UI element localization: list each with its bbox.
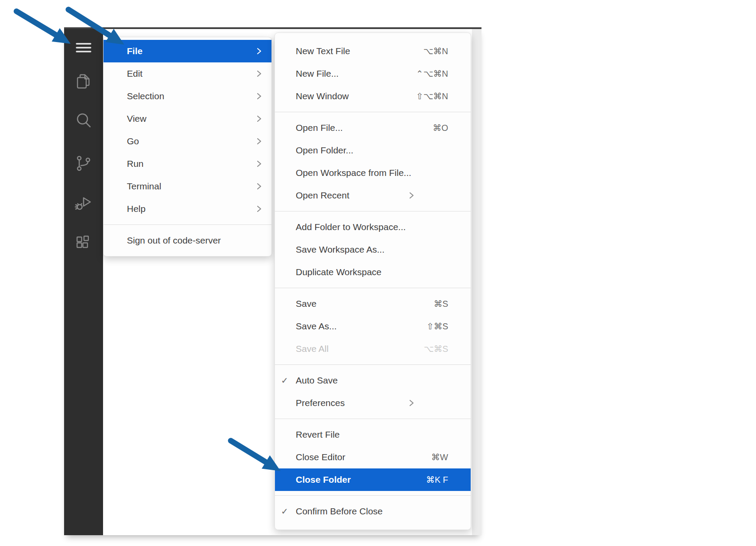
menu-item-label: New Window — [296, 91, 349, 101]
menu-separator — [103, 224, 271, 225]
menu-item-open-file[interactable]: Open File...⌘O — [275, 117, 471, 139]
chevron-right-icon — [256, 92, 262, 101]
menu-item-duplicate-workspace[interactable]: Duplicate Workspace — [275, 261, 471, 283]
menu-item-selection[interactable]: Selection — [103, 85, 271, 107]
menu-item-label: New Text File — [296, 46, 350, 56]
menu-item-open-workspace-from-file[interactable]: Open Workspace from File... — [275, 162, 471, 184]
menu-item-go[interactable]: Go — [103, 130, 271, 153]
chevron-right-icon — [409, 191, 414, 200]
menu-item-auto-save[interactable]: ✓Auto Save — [275, 369, 471, 392]
activity-bar — [64, 29, 103, 535]
menu-shortcut: ⌥⌘N — [423, 46, 449, 56]
menu-item-edit[interactable]: Edit — [103, 62, 271, 85]
chevron-right-icon — [256, 159, 262, 168]
extensions-icon[interactable] — [74, 234, 94, 254]
menu-item-help[interactable]: Help — [103, 198, 271, 220]
menu-item-label: Sign out of code-server — [127, 235, 221, 246]
menu-item-label: Selection — [127, 91, 164, 101]
chevron-right-icon — [256, 182, 262, 191]
menu-item-label: Save — [296, 299, 317, 309]
chevron-right-icon — [256, 205, 262, 213]
menu-item-label: Save Workspace As... — [296, 244, 384, 255]
search-icon[interactable] — [74, 110, 94, 130]
menu-item-label: Revert File — [296, 429, 340, 440]
menu-item-label: Save All — [296, 344, 329, 354]
menu-item-view[interactable]: View — [103, 107, 271, 130]
menu-shortcut: ⇧⌘S — [426, 321, 448, 332]
menu-item-label: Go — [127, 136, 139, 146]
menu-item-new-file[interactable]: New File...⌃⌥⌘N — [275, 62, 471, 85]
menu-shortcut: ⌘S — [434, 299, 448, 309]
menu-separator — [275, 211, 471, 211]
menu-separator — [275, 495, 471, 496]
menu-separator — [275, 112, 471, 112]
check-icon: ✓ — [275, 376, 296, 385]
menu-item-label: Auto Save — [296, 375, 338, 386]
menu-separator — [275, 419, 471, 419]
menu-item-label: File — [127, 46, 142, 56]
check-icon: ✓ — [275, 507, 296, 516]
menu-shortcut: ⌘K F — [426, 474, 448, 485]
menu-shortcut: ⌘O — [433, 123, 448, 133]
menu-item-label: Duplicate Workspace — [296, 267, 381, 277]
menu-item-revert-file[interactable]: Revert File — [275, 423, 471, 446]
menu-item-close-editor[interactable]: Close Editor⌘W — [275, 446, 471, 468]
menu-item-label: Help — [127, 204, 145, 214]
chevron-right-icon — [256, 114, 262, 123]
menu-shortcut: ⌘W — [431, 452, 448, 462]
chevron-right-icon — [256, 69, 262, 78]
code-server-window: FileEditSelectionViewGoRunTerminalHelpSi… — [64, 27, 481, 535]
menu-item-label: Add Folder to Workspace... — [296, 222, 406, 232]
menu-item-label: Open Recent — [296, 190, 349, 201]
menu-item-label: Terminal — [127, 181, 161, 192]
menu-item-preferences[interactable]: Preferences — [275, 392, 471, 414]
menu-item-sign-out-of-code-server[interactable]: Sign out of code-server — [103, 229, 271, 252]
main-menu-popup: FileEditSelectionViewGoRunTerminalHelpSi… — [103, 37, 272, 257]
menu-item-save[interactable]: Save⌘S — [275, 292, 471, 315]
menu-item-label: Close Editor — [296, 452, 345, 462]
menu-item-label: Confirm Before Close — [296, 506, 383, 517]
menu-item-save-all[interactable]: Save All⌥⌘S — [275, 338, 471, 360]
source-control-icon[interactable] — [74, 153, 94, 173]
menu-item-new-window[interactable]: New Window⇧⌥⌘N — [275, 85, 471, 107]
menu-item-file[interactable]: File — [103, 40, 271, 62]
menu-item-close-folder[interactable]: Close Folder⌘K F — [275, 468, 471, 491]
chevron-right-icon — [409, 399, 414, 407]
menu-item-label: Open Folder... — [296, 145, 353, 156]
chevron-right-icon — [256, 137, 262, 146]
menu-item-save-as[interactable]: Save As...⇧⌘S — [275, 315, 471, 338]
menu-item-label: Open File... — [296, 123, 343, 133]
menu-item-confirm-before-close[interactable]: ✓Confirm Before Close — [275, 500, 471, 523]
menu-icon[interactable] — [74, 38, 94, 58]
menu-shortcut: ⇧⌥⌘N — [416, 91, 448, 101]
menu-item-label: Save As... — [296, 321, 337, 332]
menu-item-label: View — [127, 114, 146, 124]
menu-item-save-workspace-as[interactable]: Save Workspace As... — [275, 238, 471, 261]
menu-item-label: New File... — [296, 68, 339, 79]
menu-separator — [275, 288, 471, 288]
menu-item-add-folder-to-workspace[interactable]: Add Folder to Workspace... — [275, 216, 471, 238]
file-submenu-popup: New Text File⌥⌘NNew File...⌃⌥⌘NNew Windo… — [275, 32, 471, 530]
menu-item-label: Close Folder — [296, 474, 351, 485]
menu-item-label: Edit — [127, 68, 142, 79]
menu-item-open-folder[interactable]: Open Folder... — [275, 139, 471, 162]
menu-item-label: Run — [127, 159, 144, 169]
menu-item-terminal[interactable]: Terminal — [103, 175, 271, 198]
menu-item-label: Open Workspace from File... — [296, 168, 411, 178]
chevron-right-icon — [256, 47, 262, 55]
menu-item-run[interactable]: Run — [103, 153, 271, 175]
explorer-icon[interactable] — [74, 72, 94, 91]
menu-shortcut: ⌥⌘S — [424, 344, 448, 354]
run-and-debug-icon[interactable] — [74, 194, 94, 214]
arrow-to-menu-icon — [16, 11, 71, 44]
menu-item-new-text-file[interactable]: New Text File⌥⌘N — [275, 40, 471, 62]
menu-item-label: Preferences — [296, 398, 345, 408]
menu-shortcut: ⌃⌥⌘N — [416, 68, 448, 79]
menu-separator — [275, 364, 471, 365]
menu-item-open-recent[interactable]: Open Recent — [275, 184, 471, 207]
